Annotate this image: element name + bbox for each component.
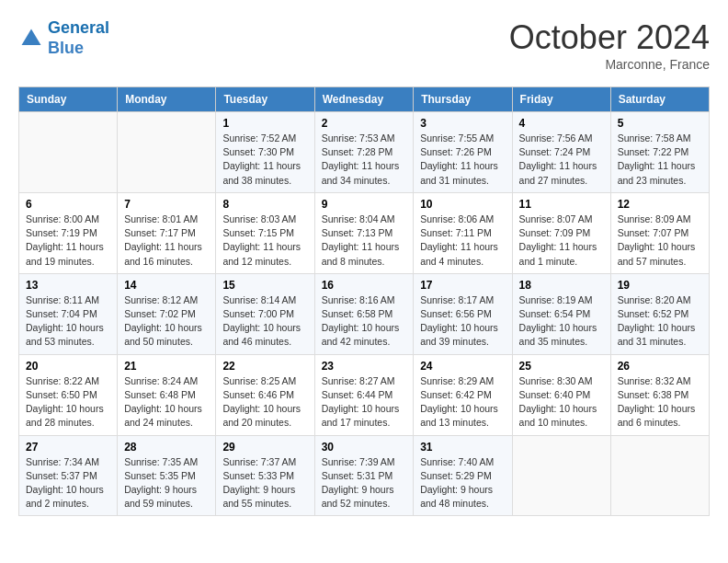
calendar-cell: 18Sunrise: 8:19 AM Sunset: 6:54 PM Dayli… <box>512 273 610 354</box>
logo-line1: General <box>48 18 109 37</box>
day-number: 9 <box>322 198 407 211</box>
calendar-cell: 30Sunrise: 7:39 AM Sunset: 5:31 PM Dayli… <box>314 435 414 516</box>
calendar-cell <box>118 112 216 193</box>
day-number: 28 <box>124 441 209 454</box>
day-detail: Sunrise: 7:52 AM Sunset: 7:30 PM Dayligh… <box>222 132 307 188</box>
day-number: 19 <box>618 279 702 292</box>
day-detail: Sunrise: 8:09 AM Sunset: 7:07 PM Dayligh… <box>618 213 702 269</box>
location: Marconne, France <box>509 57 710 72</box>
calendar-week-row: 6Sunrise: 8:00 AM Sunset: 7:19 PM Daylig… <box>19 192 710 273</box>
calendar-cell <box>512 435 610 516</box>
calendar-cell: 7Sunrise: 8:01 AM Sunset: 7:17 PM Daylig… <box>118 192 216 273</box>
calendar-cell: 20Sunrise: 8:22 AM Sunset: 6:50 PM Dayli… <box>19 354 118 435</box>
calendar-cell: 8Sunrise: 8:03 AM Sunset: 7:15 PM Daylig… <box>216 192 314 273</box>
calendar-week-row: 20Sunrise: 8:22 AM Sunset: 6:50 PM Dayli… <box>19 354 710 435</box>
calendar-week-row: 27Sunrise: 7:34 AM Sunset: 5:37 PM Dayli… <box>19 435 710 516</box>
month-title: October 2024 <box>509 18 710 57</box>
calendar-cell: 26Sunrise: 8:32 AM Sunset: 6:38 PM Dayli… <box>610 354 709 435</box>
logo: General Blue <box>18 18 109 58</box>
day-number: 5 <box>618 117 702 130</box>
day-number: 15 <box>222 279 307 292</box>
weekday-header-cell: Saturday <box>610 87 709 112</box>
weekday-header-cell: Sunday <box>19 87 118 112</box>
day-detail: Sunrise: 7:55 AM Sunset: 7:26 PM Dayligh… <box>420 132 505 188</box>
logo-text: General Blue <box>48 18 109 58</box>
day-number: 1 <box>222 117 307 130</box>
page-header: General Blue October 2024 Marconne, Fran… <box>18 18 710 72</box>
day-number: 30 <box>322 441 407 454</box>
day-detail: Sunrise: 8:16 AM Sunset: 6:58 PM Dayligh… <box>322 293 407 350</box>
day-number: 23 <box>322 360 407 373</box>
day-detail: Sunrise: 8:12 AM Sunset: 7:02 PM Dayligh… <box>124 293 209 350</box>
calendar-cell: 22Sunrise: 8:25 AM Sunset: 6:46 PM Dayli… <box>216 354 314 435</box>
calendar-cell: 31Sunrise: 7:40 AM Sunset: 5:29 PM Dayli… <box>414 435 512 516</box>
day-number: 4 <box>519 117 604 130</box>
day-detail: Sunrise: 8:22 AM Sunset: 6:50 PM Dayligh… <box>26 374 110 431</box>
calendar-cell: 16Sunrise: 8:16 AM Sunset: 6:58 PM Dayli… <box>314 273 414 354</box>
day-number: 16 <box>322 279 407 292</box>
calendar-cell: 29Sunrise: 7:37 AM Sunset: 5:33 PM Dayli… <box>216 435 314 516</box>
calendar-cell: 12Sunrise: 8:09 AM Sunset: 7:07 PM Dayli… <box>610 192 709 273</box>
calendar-week-row: 13Sunrise: 8:11 AM Sunset: 7:04 PM Dayli… <box>19 273 710 354</box>
day-number: 26 <box>618 360 702 373</box>
calendar-cell: 6Sunrise: 8:00 AM Sunset: 7:19 PM Daylig… <box>19 192 118 273</box>
day-detail: Sunrise: 8:01 AM Sunset: 7:17 PM Dayligh… <box>124 213 209 269</box>
day-detail: Sunrise: 8:03 AM Sunset: 7:15 PM Dayligh… <box>222 213 307 269</box>
day-detail: Sunrise: 7:56 AM Sunset: 7:24 PM Dayligh… <box>519 132 604 188</box>
day-number: 12 <box>618 198 702 211</box>
calendar-table: SundayMondayTuesdayWednesdayThursdayFrid… <box>18 86 710 516</box>
day-number: 24 <box>420 360 505 373</box>
svg-marker-0 <box>22 29 41 45</box>
day-number: 27 <box>26 441 110 454</box>
weekday-header-cell: Thursday <box>414 87 512 112</box>
day-number: 6 <box>26 198 110 211</box>
day-detail: Sunrise: 7:34 AM Sunset: 5:37 PM Dayligh… <box>26 455 110 511</box>
day-detail: Sunrise: 7:40 AM Sunset: 5:29 PM Dayligh… <box>420 455 505 511</box>
calendar-body: 1Sunrise: 7:52 AM Sunset: 7:30 PM Daylig… <box>19 112 710 516</box>
calendar-cell <box>610 435 709 516</box>
calendar-cell <box>19 112 118 193</box>
calendar-cell: 24Sunrise: 8:29 AM Sunset: 6:42 PM Dayli… <box>414 354 512 435</box>
calendar-cell: 2Sunrise: 7:53 AM Sunset: 7:28 PM Daylig… <box>314 112 414 193</box>
weekday-header-cell: Tuesday <box>216 87 314 112</box>
calendar-cell: 17Sunrise: 8:17 AM Sunset: 6:56 PM Dayli… <box>414 273 512 354</box>
title-block: October 2024 Marconne, France <box>509 18 710 72</box>
day-detail: Sunrise: 7:53 AM Sunset: 7:28 PM Dayligh… <box>322 132 407 188</box>
calendar-cell: 9Sunrise: 8:04 AM Sunset: 7:13 PM Daylig… <box>314 192 414 273</box>
day-number: 13 <box>26 279 110 292</box>
day-number: 20 <box>26 360 110 373</box>
day-number: 2 <box>322 117 407 130</box>
day-number: 17 <box>420 279 505 292</box>
calendar-cell: 23Sunrise: 8:27 AM Sunset: 6:44 PM Dayli… <box>314 354 414 435</box>
day-detail: Sunrise: 8:27 AM Sunset: 6:44 PM Dayligh… <box>322 374 407 431</box>
calendar-cell: 15Sunrise: 8:14 AM Sunset: 7:00 PM Dayli… <box>216 273 314 354</box>
day-detail: Sunrise: 8:30 AM Sunset: 6:40 PM Dayligh… <box>519 374 604 431</box>
day-detail: Sunrise: 8:14 AM Sunset: 7:00 PM Dayligh… <box>222 293 307 350</box>
calendar-week-row: 1Sunrise: 7:52 AM Sunset: 7:30 PM Daylig… <box>19 112 710 193</box>
calendar-cell: 10Sunrise: 8:06 AM Sunset: 7:11 PM Dayli… <box>414 192 512 273</box>
day-detail: Sunrise: 8:11 AM Sunset: 7:04 PM Dayligh… <box>26 293 110 350</box>
weekday-header-cell: Friday <box>512 87 610 112</box>
day-detail: Sunrise: 7:58 AM Sunset: 7:22 PM Dayligh… <box>618 132 702 188</box>
calendar-cell: 25Sunrise: 8:30 AM Sunset: 6:40 PM Dayli… <box>512 354 610 435</box>
day-number: 21 <box>124 360 209 373</box>
weekday-header-cell: Wednesday <box>314 87 414 112</box>
calendar-cell: 13Sunrise: 8:11 AM Sunset: 7:04 PM Dayli… <box>19 273 118 354</box>
logo-icon <box>18 26 44 52</box>
weekday-header-row: SundayMondayTuesdayWednesdayThursdayFrid… <box>19 87 710 112</box>
calendar-cell: 14Sunrise: 8:12 AM Sunset: 7:02 PM Dayli… <box>118 273 216 354</box>
calendar-cell: 21Sunrise: 8:24 AM Sunset: 6:48 PM Dayli… <box>118 354 216 435</box>
day-number: 22 <box>222 360 307 373</box>
calendar-cell: 28Sunrise: 7:35 AM Sunset: 5:35 PM Dayli… <box>118 435 216 516</box>
calendar-cell: 4Sunrise: 7:56 AM Sunset: 7:24 PM Daylig… <box>512 112 610 193</box>
day-detail: Sunrise: 8:32 AM Sunset: 6:38 PM Dayligh… <box>618 374 702 431</box>
day-detail: Sunrise: 8:24 AM Sunset: 6:48 PM Dayligh… <box>124 374 209 431</box>
calendar-cell: 27Sunrise: 7:34 AM Sunset: 5:37 PM Dayli… <box>19 435 118 516</box>
day-detail: Sunrise: 8:20 AM Sunset: 6:52 PM Dayligh… <box>618 293 702 350</box>
day-detail: Sunrise: 7:37 AM Sunset: 5:33 PM Dayligh… <box>222 455 307 511</box>
day-number: 7 <box>124 198 209 211</box>
day-number: 25 <box>519 360 604 373</box>
day-number: 14 <box>124 279 209 292</box>
calendar-cell: 11Sunrise: 8:07 AM Sunset: 7:09 PM Dayli… <box>512 192 610 273</box>
day-number: 3 <box>420 117 505 130</box>
